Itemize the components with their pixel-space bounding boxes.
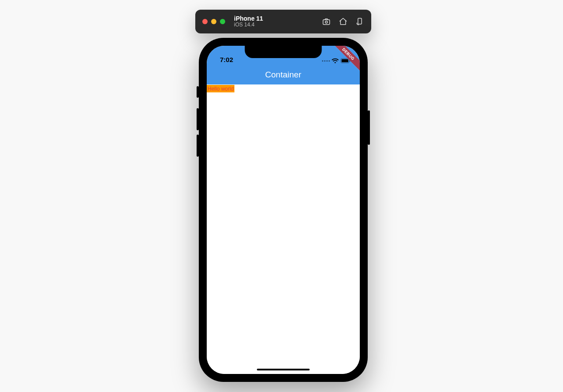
device-notch	[245, 46, 322, 58]
svg-rect-2	[358, 18, 362, 24]
volume-down-button	[197, 135, 199, 157]
battery-icon	[340, 58, 351, 63]
container-widget: Hello world	[207, 85, 234, 92]
silence-switch	[197, 86, 199, 98]
svg-point-1	[325, 21, 328, 23]
app-bar-title: Container	[265, 70, 301, 80]
home-indicator[interactable]	[257, 369, 310, 370]
app-body[interactable]: Hello world	[207, 84, 360, 374]
window-traffic-lights	[202, 19, 225, 24]
simulator-toolbar: iPhone 11 iOS 14.4	[195, 10, 371, 33]
power-button	[368, 110, 370, 145]
volume-up-button	[197, 108, 199, 130]
svg-rect-5	[350, 60, 351, 62]
app-bar: Container	[207, 65, 360, 84]
cellular-signal-icon	[322, 60, 330, 62]
simulator-actions	[322, 17, 364, 26]
wifi-icon	[332, 58, 339, 63]
svg-rect-4	[342, 59, 348, 62]
simulator-device-name: iPhone 11	[234, 15, 263, 22]
simulator-title-block: iPhone 11 iOS 14.4	[234, 15, 263, 28]
window-close-button[interactable]	[202, 19, 208, 24]
window-fullscreen-button[interactable]	[220, 19, 225, 24]
home-icon[interactable]	[339, 17, 347, 26]
status-time: 7:02	[220, 56, 233, 63]
rotate-icon[interactable]	[355, 17, 364, 26]
screenshot-icon[interactable]	[322, 17, 331, 26]
iphone-device-frame: DEBUG 7:02	[199, 38, 368, 382]
simulator-os-version: iOS 14.4	[234, 22, 263, 28]
svg-rect-0	[323, 20, 330, 25]
hello-world-text: Hello world	[208, 86, 234, 92]
device-screen: DEBUG 7:02	[207, 46, 360, 374]
window-minimize-button[interactable]	[211, 19, 216, 24]
status-right-cluster	[322, 58, 351, 63]
